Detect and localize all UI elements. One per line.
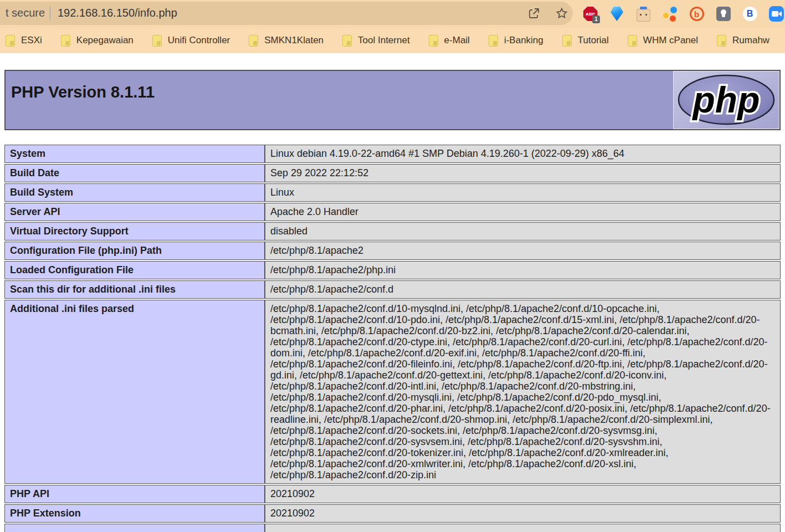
- row-value: /etc/php/8.1/apache2/conf.d/10-mysqlnd.i…: [265, 300, 781, 484]
- omnibox-divider: [50, 7, 50, 20]
- folder-icon: [342, 35, 352, 47]
- bookmarks-bar: ESXi Kepegawaian Unifi Controller SMKN1K…: [0, 28, 785, 53]
- table-row: Build Date Sep 29 2022 22:12:52: [4, 164, 781, 182]
- row-label: [4, 524, 265, 532]
- row-value: 20210902: [265, 485, 781, 503]
- bookmark-tutorial[interactable]: Tutorial: [562, 35, 609, 47]
- row-value: [265, 524, 781, 532]
- bookmark-unifi-controller[interactable]: Unifi Controller: [152, 35, 230, 47]
- folder-icon: [152, 35, 162, 47]
- row-value: Linux debian 4.19.0-22-amd64 #1 SMP Debi…: [265, 145, 781, 163]
- bookmark-whm-cpanel[interactable]: WHM cPanel: [628, 35, 698, 47]
- bookmark-rumahweb[interactable]: Rumahw: [717, 35, 769, 47]
- row-value: Linux: [265, 183, 781, 202]
- row-label: Scan this dir for additional .ini files: [4, 280, 265, 299]
- phpinfo-header: PHP Version 8.1.11 php: [4, 70, 781, 130]
- bookmark-ibanking[interactable]: i-Banking: [489, 35, 543, 47]
- table-row: Configuration File (php.ini) Path /etc/p…: [4, 242, 781, 260]
- php-logo-text: php: [692, 79, 760, 120]
- bookmark-star-icon[interactable]: [555, 7, 568, 20]
- keep-lightbulb-extension-icon[interactable]: [716, 7, 731, 22]
- folder-icon: [628, 35, 637, 47]
- row-label: PHP Extension: [4, 504, 265, 523]
- folder-icon: [562, 35, 572, 47]
- table-row: PHP Extension 20210902: [4, 504, 781, 523]
- folder-icon: [717, 35, 726, 47]
- table-row: Loaded Configuration File /etc/php/8.1/a…: [4, 261, 781, 279]
- row-label: System: [4, 145, 265, 163]
- row-value: Sep 29 2022 22:12:52: [265, 164, 781, 182]
- page-title: PHP Version 8.1.11: [11, 83, 155, 101]
- adblock-plus-icon[interactable]: ABP 1: [583, 7, 598, 22]
- row-value: Apache 2.0 Handler: [265, 203, 781, 221]
- row-value: 20210902: [265, 504, 781, 523]
- row-value: disabled: [265, 222, 781, 241]
- php-logo: php: [673, 71, 779, 129]
- table-row: Scan this dir for additional .ini files …: [4, 280, 781, 299]
- row-value: /etc/php/8.1/apache2/php.ini: [265, 261, 781, 279]
- table-row: Virtual Directory Support disabled: [4, 222, 781, 241]
- phpinfo-page: PHP Version 8.1.11 php System: [0, 53, 785, 532]
- extension-icons: ABP 1 b B: [583, 0, 784, 28]
- url-text[interactable]: 192.168.16.150/info.php: [58, 7, 177, 19]
- row-value: /etc/php/8.1/apache2: [265, 242, 781, 260]
- table-row: Additional .ini files parsed /etc/php/8.…: [4, 300, 781, 484]
- address-bar[interactable]: t secure 192.168.16.150/info.php: [0, 2, 573, 25]
- row-label: Configuration File (php.ini) Path: [4, 242, 265, 260]
- bookmark-esxi[interactable]: ESXi: [6, 35, 42, 47]
- adblock-badge: 1: [592, 16, 600, 23]
- folder-icon: [61, 35, 70, 47]
- row-label: Build Date: [4, 164, 265, 182]
- row-label: Virtual Directory Support: [4, 222, 265, 241]
- row-value: /etc/php/8.1/apache2/conf.d: [265, 280, 781, 299]
- table-row: PHP API 20210902: [4, 485, 781, 503]
- row-label: Build System: [4, 183, 265, 202]
- row-label: Loaded Configuration File: [4, 261, 265, 279]
- share-icon[interactable]: [527, 7, 541, 20]
- bookmark-tool-internet[interactable]: Tool Internet: [342, 35, 410, 47]
- row-label: Server API: [4, 203, 265, 221]
- b-circle-extension-icon[interactable]: b: [689, 7, 704, 22]
- folder-icon: [489, 35, 498, 47]
- folder-icon: [6, 35, 15, 47]
- row-label: PHP API: [4, 485, 265, 503]
- row-label: Additional .ini files parsed: [4, 300, 265, 484]
- box-face-extension-icon[interactable]: [636, 7, 651, 22]
- browser-toolbar: t secure 192.168.16.150/info.php ABP 1 b…: [0, 0, 785, 28]
- bookmark-email[interactable]: e-Mail: [429, 35, 470, 47]
- folder-icon: [249, 35, 258, 47]
- table-row-partial: [4, 524, 781, 532]
- kite-extension-icon[interactable]: [609, 7, 624, 22]
- bookmark-smkn1klaten[interactable]: SMKN1Klaten: [249, 35, 324, 47]
- table-row: Build System Linux: [4, 183, 781, 202]
- table-row: Server API Apache 2.0 Handler: [4, 203, 781, 221]
- phpinfo-table: System Linux debian 4.19.0-22-amd64 #1 S…: [4, 144, 781, 532]
- b-shield-extension-icon[interactable]: B: [742, 7, 757, 22]
- video-camera-extension-icon[interactable]: [769, 7, 784, 22]
- folder-icon: [429, 35, 438, 47]
- table-row: System Linux debian 4.19.0-22-amd64 #1 S…: [4, 145, 781, 163]
- security-status-label[interactable]: t secure: [6, 7, 45, 19]
- bookmark-kepegawaian[interactable]: Kepegawaian: [61, 35, 134, 47]
- colored-dots-extension-icon[interactable]: [663, 7, 678, 22]
